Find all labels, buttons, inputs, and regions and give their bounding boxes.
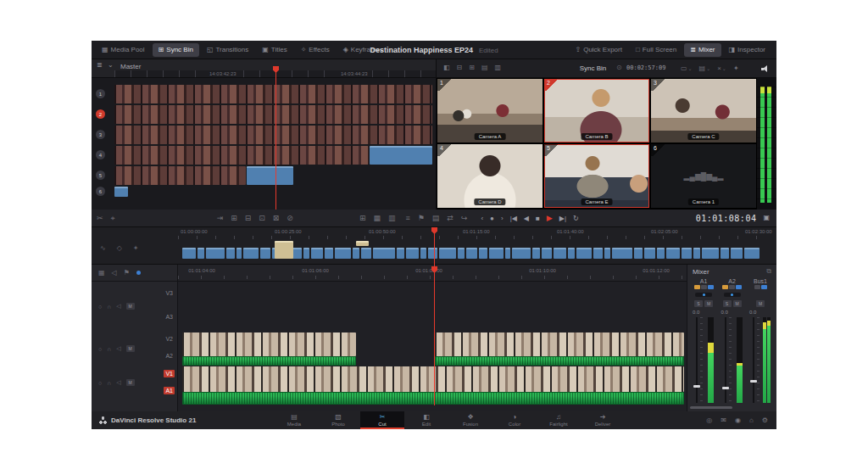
source-label[interactable]: Master: [120, 63, 141, 70]
topbar-button-full-screen[interactable]: □Full Screen: [630, 43, 682, 57]
video-clip-v2[interactable]: [182, 332, 356, 356]
channel-chip[interactable]: [701, 285, 707, 289]
topbar-button-titles[interactable]: ▣Titles: [256, 43, 292, 57]
page-tab-edit[interactable]: ◧Edit: [404, 411, 448, 429]
mixer-scrollbar[interactable]: [690, 406, 732, 409]
loop-button[interactable]: ↻: [573, 215, 579, 222]
overview-clip[interactable]: [505, 248, 510, 259]
audio-wave-icon[interactable]: ∿: [100, 244, 106, 252]
topbar-button-effects[interactable]: ✧Effects: [295, 43, 336, 57]
multicam-grid-icon[interactable]: ⊞: [469, 64, 475, 71]
overview-clip[interactable]: [682, 248, 692, 259]
go-to-start-button[interactable]: |◀: [510, 215, 517, 222]
overview-clip[interactable]: [428, 248, 437, 259]
camera-panel-3[interactable]: 3Camera C: [651, 79, 756, 142]
channel-chip[interactable]: [761, 285, 767, 289]
speaker-icon[interactable]: [761, 65, 770, 72]
overview-clip[interactable]: [568, 248, 575, 259]
collaboration-icon[interactable]: ◉: [735, 416, 741, 424]
topbar-button-inspector[interactable]: ◨Inspector: [723, 43, 771, 57]
overview-clip[interactable]: [420, 248, 426, 259]
video-clip-v1[interactable]: [182, 366, 684, 392]
go-to-end-button[interactable]: ▶|: [559, 215, 566, 222]
mute-button[interactable]: M: [756, 300, 765, 307]
channel-chip[interactable]: [722, 285, 728, 289]
fader-handle[interactable]: [722, 387, 729, 389]
camera-track-icon[interactable]: ▦: [98, 269, 105, 277]
overview-clip[interactable]: [731, 248, 743, 259]
source-overwrite-icon[interactable]: ⊘: [287, 214, 293, 222]
overview-clip[interactable]: [702, 248, 719, 259]
jog-dot-icon[interactable]: ●: [490, 215, 494, 222]
pan-slider[interactable]: [724, 293, 741, 297]
overview-clip[interactable]: [666, 248, 680, 259]
mute-button[interactable]: M: [733, 300, 742, 307]
record-arm-icon[interactable]: ○: [98, 380, 102, 386]
overview-clip[interactable]: [198, 248, 204, 259]
video-track-label-v2[interactable]: V2: [165, 336, 173, 342]
channel-chip[interactable]: [708, 285, 714, 289]
speaker-icon[interactable]: ◁: [116, 303, 120, 310]
overview-clip[interactable]: [576, 248, 592, 259]
marker-icon[interactable]: ▣: [763, 215, 770, 221]
dual-view-icon[interactable]: ⊟: [457, 64, 463, 71]
topbar-button-quick-export[interactable]: ⇪Quick Export: [569, 43, 628, 57]
stop-button[interactable]: ■: [536, 215, 540, 222]
messages-icon[interactable]: ✉: [721, 416, 726, 424]
mute-button[interactable]: M: [704, 300, 713, 307]
camera-track-badge-3[interactable]: 3: [96, 130, 105, 139]
overview-clip[interactable]: [532, 248, 540, 259]
video-track-label-v1[interactable]: V1: [164, 370, 175, 377]
overview-clip[interactable]: [439, 248, 456, 259]
close-up-icon[interactable]: ⊡: [259, 214, 265, 222]
overview-clip[interactable]: [744, 248, 760, 259]
strip-view-icon[interactable]: ▥: [495, 64, 502, 71]
syncbin-filmstrip[interactable]: [114, 126, 432, 144]
headphone-icon[interactable]: ∩: [107, 346, 111, 352]
record-arm-icon[interactable]: ○: [98, 304, 102, 310]
audio-track-label-a2[interactable]: A2: [165, 353, 173, 359]
film-view-icon[interactable]: ▦: [373, 214, 381, 222]
mute-button[interactable]: M: [126, 303, 135, 310]
settings-gear-icon[interactable]: ⚙: [762, 416, 768, 424]
channel-chip[interactable]: [736, 285, 742, 289]
page-tab-color[interactable]: ◑Color: [492, 411, 537, 429]
record-arm-icon[interactable]: ○: [98, 346, 102, 352]
fader-handle[interactable]: [693, 385, 700, 388]
overview-clip[interactable]: [721, 248, 729, 259]
audio-clip-a2[interactable]: [182, 356, 356, 366]
camera-track-badge-2[interactable]: 2: [96, 109, 105, 119]
overview-clip[interactable]: [634, 248, 643, 259]
audio-track-icon[interactable]: ◁: [112, 269, 117, 277]
channel-chip[interactable]: [754, 285, 760, 289]
camera-panel-5[interactable]: 5Camera E: [544, 144, 649, 208]
topbar-button-mixer[interactable]: ≣Mixer: [684, 43, 721, 57]
video-clip-v2[interactable]: [435, 332, 684, 356]
page-tab-deliver[interactable]: ➔Deliver: [581, 411, 625, 429]
flag-icon[interactable]: ⚑: [124, 269, 130, 277]
page-tab-media[interactable]: ▤Media: [272, 411, 316, 429]
strip-view-icon[interactable]: ▥: [388, 214, 396, 222]
topbar-button-media-pool[interactable]: ▦Media Pool: [96, 43, 151, 57]
smart-insert-icon[interactable]: ⇥: [217, 214, 224, 222]
overview-clip[interactable]: [406, 248, 419, 259]
camera-panel-4[interactable]: 4Camera D: [437, 144, 542, 208]
overview-marker-clip[interactable]: [275, 241, 293, 259]
syncbin-filmstrip[interactable]: [114, 166, 246, 185]
overview-clip[interactable]: [243, 248, 259, 259]
overview-clip[interactable]: [466, 248, 477, 259]
overview-clip[interactable]: [206, 248, 225, 259]
overview-clip[interactable]: [260, 248, 270, 259]
syncbin-filmstrip[interactable]: [114, 85, 432, 103]
overview-clip[interactable]: [182, 248, 196, 259]
mute-button[interactable]: M: [126, 345, 135, 352]
camera-panel-6[interactable]: 6▂▄▆█▆▄▂Camera 1: [651, 144, 756, 208]
channel-chip[interactable]: [729, 285, 735, 289]
wand-icon[interactable]: ✦: [733, 64, 739, 72]
page-tab-fairlight[interactable]: ♫Fairlight: [537, 411, 581, 429]
place-on-top-icon[interactable]: ⊠: [273, 214, 280, 222]
bin-list-icon[interactable]: ≣: [97, 62, 103, 69]
syncbin-timeline[interactable]: 123456: [92, 78, 437, 210]
effects-icon[interactable]: ✦: [133, 244, 139, 252]
overview-clip[interactable]: [644, 248, 655, 259]
